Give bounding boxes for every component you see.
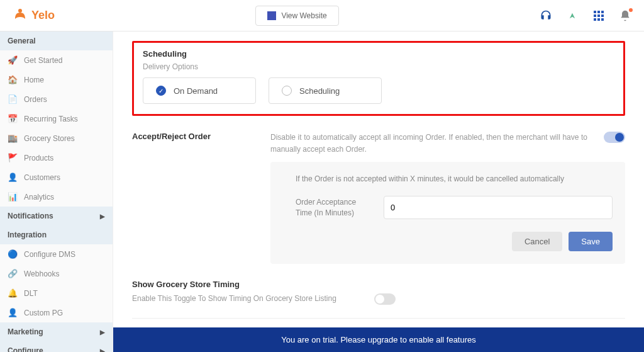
- rocket-icon: 🚀: [8, 55, 18, 65]
- radio-icon: [282, 86, 292, 96]
- sidebar-item-orders[interactable]: 📄Orders: [0, 89, 113, 109]
- brand-name: Yelo: [31, 9, 55, 22]
- sidebar-item-grocery[interactable]: 🏬Grocery Stores: [0, 128, 113, 148]
- scheduling-section: Scheduling Delivery Options ✓ On Demand …: [132, 41, 625, 116]
- acceptance-time-input[interactable]: [384, 196, 613, 219]
- link-icon: 🔗: [8, 269, 18, 278]
- store-timing-desc: Enable This Toggle To Show Timing On Gro…: [132, 293, 336, 305]
- person-icon: 👤: [8, 173, 18, 182]
- store-timing-title: Show Grocery Store Timing: [132, 280, 625, 289]
- acceptance-info-block: If the Order is not accepted within X mi…: [270, 162, 625, 264]
- sidebar-section-general[interactable]: General: [0, 31, 113, 50]
- apps-icon[interactable]: [592, 9, 605, 22]
- main-content: Scheduling Delivery Options ✓ On Demand …: [113, 31, 644, 352]
- sidebar-item-customers[interactable]: 👤Customers: [0, 167, 113, 187]
- chart-icon: 📊: [8, 192, 18, 202]
- store-timing-toggle[interactable]: [374, 293, 396, 305]
- divider: [132, 318, 625, 319]
- accept-reject-title: Accept/Reject Order: [132, 132, 245, 141]
- notification-dot: [629, 8, 633, 12]
- chevron-right-icon: ▶: [100, 329, 105, 336]
- sidebar-item-analytics[interactable]: 📊Analytics: [0, 187, 113, 207]
- save-button[interactable]: Save: [569, 232, 613, 251]
- website-icon: [267, 11, 276, 20]
- scheduling-title: Scheduling: [143, 49, 614, 59]
- bell-icon: 🔔: [8, 288, 18, 298]
- delivery-option-scheduling[interactable]: Scheduling: [269, 77, 382, 104]
- config-icon: 🔵: [8, 249, 18, 259]
- store-icon: 🏬: [8, 133, 18, 143]
- sidebar-section-integration[interactable]: Integration: [0, 225, 113, 244]
- share-icon[interactable]: [566, 9, 579, 22]
- notifications-icon[interactable]: [619, 9, 631, 22]
- app-header: Yelo View Website: [0, 0, 644, 31]
- sidebar-item-home[interactable]: 🏠Home: [0, 70, 113, 89]
- check-icon: ✓: [156, 86, 166, 96]
- sidebar-item-webhooks[interactable]: 🔗Webhooks: [0, 264, 113, 283]
- sidebar-item-recurring[interactable]: 📅Recurring Tasks: [0, 109, 113, 128]
- calendar-icon: 📅: [8, 114, 18, 123]
- home-icon: 🏠: [8, 75, 18, 84]
- sidebar-item-dlt[interactable]: 🔔DLT: [0, 283, 113, 303]
- sidebar-item-dms[interactable]: 🔵Configure DMS: [0, 244, 113, 264]
- store-timing-section: Show Grocery Store Timing Enable This To…: [132, 280, 625, 305]
- accept-reject-section: Accept/Reject Order Disable it to automa…: [132, 132, 625, 264]
- support-icon[interactable]: [540, 9, 552, 22]
- trial-banner: You are on trial. Please upgrade to enab…: [113, 327, 644, 352]
- sidebar-item-products[interactable]: 🚩Products: [0, 148, 113, 167]
- sidebar-section-configure[interactable]: Configure ▶: [0, 341, 113, 352]
- view-website-button[interactable]: View Website: [255, 6, 338, 26]
- accept-reject-desc: Disable it to automatically accept all i…: [270, 132, 625, 156]
- orders-icon: 📄: [8, 94, 18, 104]
- delivery-option-on-demand[interactable]: ✓ On Demand: [143, 77, 256, 104]
- cancel-button[interactable]: Cancel: [512, 232, 562, 251]
- acceptance-time-label: Order Acceptance Time (In Minutes): [296, 197, 371, 219]
- flag-icon: 🚩: [8, 153, 18, 162]
- user-icon: 👤: [8, 308, 18, 317]
- acceptance-info-text: If the Order is not accepted within X mi…: [283, 174, 613, 183]
- sidebar-section-notifications[interactable]: Notifications ▶: [0, 207, 113, 225]
- accept-reject-toggle[interactable]: [604, 132, 625, 143]
- sidebar-item-get-started[interactable]: 🚀Get Started: [0, 50, 113, 70]
- lion-icon: [13, 6, 28, 25]
- sidebar: General 🚀Get Started 🏠Home 📄Orders 📅Recu…: [0, 31, 113, 352]
- chevron-right-icon: ▶: [100, 213, 105, 220]
- chevron-right-icon: ▶: [100, 348, 105, 353]
- delivery-options-label: Delivery Options: [143, 62, 614, 71]
- sidebar-item-custom-pg[interactable]: 👤Custom PG: [0, 303, 113, 322]
- sidebar-section-marketing[interactable]: Marketing ▶: [0, 322, 113, 341]
- brand-logo: Yelo: [13, 6, 55, 25]
